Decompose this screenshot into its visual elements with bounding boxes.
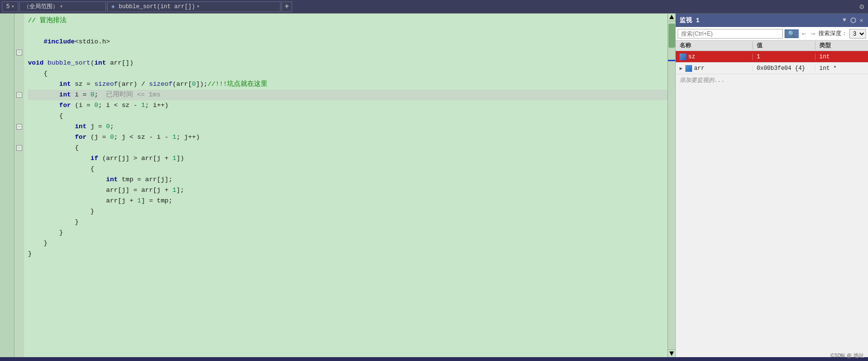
watch-icon-arr <box>685 65 692 72</box>
line-numbers <box>0 13 14 357</box>
watch-column-headers: 名称 值 类型 <box>676 40 868 51</box>
col-header-type: 类型 <box>815 41 868 50</box>
code-scrollbar[interactable]: ▲ ▼ <box>668 13 675 357</box>
code-line-tmp: int tmp = arr[j]; <box>28 174 668 185</box>
code-line-for2: for (j = 0; j < sz - i - 1; j++) <box>28 132 668 143</box>
code-line-open3: { <box>28 143 668 153</box>
code-line-assign1: arr[j] = arr[j + 1]; <box>28 185 668 196</box>
watch-icon-sz <box>680 53 686 60</box>
code-line-close4: } <box>28 206 668 217</box>
col-header-name: 名称 <box>676 41 753 50</box>
watch-sz-name-text: sz <box>688 53 695 60</box>
fold-marker-for1[interactable]: - <box>16 92 22 98</box>
chevron-down-icon: ▼ <box>12 4 14 9</box>
code-line-funcsig: void bubble_sort(int arr[]) <box>28 58 668 68</box>
dropdown-group: 5 ▼ （全局范围） ▼ ◈ bubble_sort(int arr[]) ▼ … <box>0 1 294 12</box>
watch-search-bar: 🔍 ← → 搜索深度： 3 1 2 4 5 <box>676 27 868 40</box>
code-line-include: #include<stdio.h> <box>28 37 668 47</box>
code-line-empty1 <box>28 26 668 37</box>
code-editor: - - - - <box>0 13 675 357</box>
code-line-comment: // 冒泡排法 <box>28 15 668 26</box>
watch-depth-label: 搜索深度： <box>818 29 847 38</box>
main-layout: - - - - <box>0 13 868 357</box>
watch-pin-icon[interactable]: ▼ <box>842 17 847 24</box>
code-line-open4: { <box>28 164 668 174</box>
fold-column: - - - - <box>14 13 24 357</box>
watch-cell-sz-val: 1 <box>753 53 815 60</box>
scroll-thumb[interactable] <box>668 24 675 48</box>
watch-search-input[interactable] <box>678 29 783 39</box>
code-line-assign2: arr[j + 1] = tmp; <box>28 196 668 206</box>
code-line-open2: { <box>28 111 668 121</box>
code-line-i: int i = 0; 已用时间 <= 1ms <box>28 90 668 100</box>
watch-panel: 监视 1 ▼ ⬡ ✕ 🔍 ← → 搜索深度： 3 1 2 4 5 <box>675 13 868 357</box>
dropdown-scope[interactable]: （全局范围） ▼ <box>19 1 106 12</box>
scroll-up-button[interactable]: ▲ <box>668 13 675 21</box>
settings-icon[interactable]: ⚙ <box>855 2 868 12</box>
code-line-close0: } <box>28 249 668 259</box>
scroll-track[interactable] <box>668 21 675 349</box>
watch-add-hint[interactable]: 添加要监视的... <box>676 74 868 86</box>
scroll-mark <box>668 60 675 61</box>
code-main-area: - - - - <box>0 13 675 357</box>
watch-close-icon[interactable]: ✕ <box>859 17 864 24</box>
toolbar: 5 ▼ （全局范围） ▼ ◈ bubble_sort(int arr[]) ▼ … <box>0 0 868 13</box>
watch-row-sz[interactable]: sz 1 int <box>676 51 868 63</box>
chevron-down-icon: ▼ <box>197 4 200 9</box>
code-line-for1: for (i = 0; i < sz - 1; i++) <box>28 100 668 111</box>
add-location-button[interactable]: + <box>281 1 292 12</box>
cube-icon: ◈ <box>111 3 115 10</box>
watch-cell-arr-type: int * <box>815 65 868 72</box>
code-line-j: int j = 0; <box>28 121 668 132</box>
code-line-sz: int sz = sizeof(arr) / sizeof(arr[0]);//… <box>28 79 668 90</box>
watch-expand-arr[interactable]: ▶ <box>680 66 682 71</box>
watch-cell-arr-name: ▶ arr <box>676 65 753 72</box>
watch-cell-sz-type: int <box>815 53 868 60</box>
watch-header: 监视 1 ▼ ⬡ ✕ <box>676 13 868 27</box>
code-line-close3: } <box>28 217 668 227</box>
watch-forward-button[interactable]: → <box>810 30 816 38</box>
watch-depth-select[interactable]: 3 1 2 4 5 <box>849 29 866 39</box>
watch-cell-arr-val: 0x00b3fe04 {4} <box>753 65 815 72</box>
watch-arr-name-text: arr <box>694 65 705 72</box>
scroll-down-button[interactable]: ▼ <box>668 349 675 357</box>
watch-table: 名称 值 类型 sz 1 int ▶ arr 0x00b <box>676 40 868 357</box>
chevron-down-icon: ▼ <box>60 4 63 9</box>
dropdown-function[interactable]: ◈ bubble_sort(int arr[]) ▼ <box>107 1 280 12</box>
watch-row-arr[interactable]: ▶ arr 0x00b3fe04 {4} int * <box>676 63 868 74</box>
fold-marker-for2[interactable]: - <box>16 124 22 130</box>
csdn-watermark: CSDN @ 地址 <box>830 352 864 359</box>
code-line-close2: } <box>28 227 668 238</box>
code-line-empty2 <box>28 47 668 58</box>
watch-float-icon[interactable]: ⬡ <box>849 16 857 25</box>
watch-cell-sz-name: sz <box>676 53 753 60</box>
code-line-close1: } <box>28 238 668 249</box>
watch-search-button[interactable]: 🔍 <box>785 29 799 38</box>
fold-marker-func[interactable]: - <box>16 50 22 55</box>
code-line-open1: { <box>28 68 668 79</box>
code-lines-container[interactable]: // 冒泡排法 #include<stdio.h> void bubble_so… <box>24 13 668 357</box>
dropdown-line-number[interactable]: 5 ▼ <box>2 1 18 12</box>
watch-back-button[interactable]: ← <box>801 30 807 38</box>
fold-marker-if[interactable]: - <box>16 145 22 151</box>
col-header-val: 值 <box>753 41 815 50</box>
code-line-if: if (arr[j] > arr[j + 1]) <box>28 153 668 164</box>
watch-title: 监视 1 <box>680 16 700 25</box>
watch-header-controls: ▼ ⬡ ✕ <box>842 16 864 25</box>
